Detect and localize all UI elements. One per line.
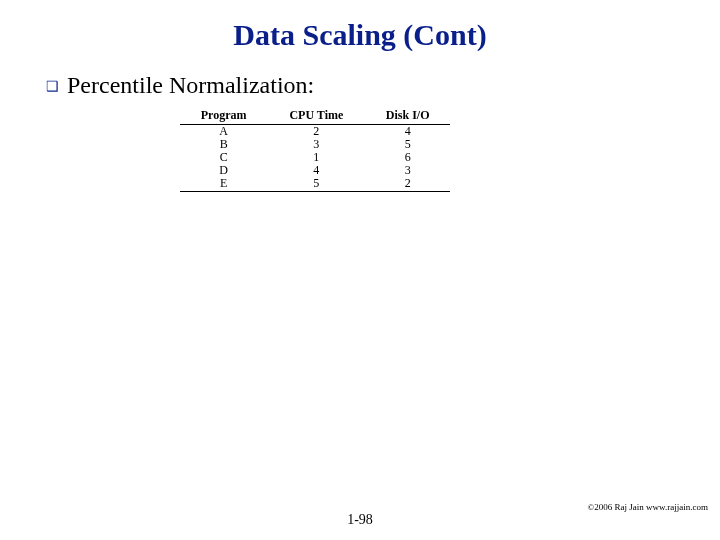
table-row: E 5 2 [180, 177, 450, 192]
bullet-text: Percentile Normalization: [67, 72, 314, 99]
cell-program: E [180, 177, 267, 192]
copyright-text: ©2006 Raj Jain www.rajjain.com [588, 502, 708, 512]
data-table: Program CPU Time Disk I/O A 2 4 B 3 5 C [180, 108, 480, 192]
page-title: Data Scaling (Cont) [0, 18, 720, 52]
col-cpu-time: CPU Time [267, 108, 365, 125]
cell-cpu: 5 [267, 177, 365, 192]
slide: Data Scaling (Cont) ❑ Percentile Normali… [0, 0, 720, 540]
page-number: 1-98 [0, 512, 720, 528]
table-row: A 2 4 [180, 125, 450, 139]
cell-program: A [180, 125, 267, 139]
col-program: Program [180, 108, 267, 125]
cell-cpu: 2 [267, 125, 365, 139]
cell-io: 2 [365, 177, 450, 192]
col-disk-io: Disk I/O [365, 108, 450, 125]
bullet-item: ❑ Percentile Normalization: [46, 72, 666, 100]
bullet-marker-icon: ❑ [46, 74, 59, 98]
table-header-row: Program CPU Time Disk I/O [180, 108, 450, 125]
body: ❑ Percentile Normalization: [46, 72, 666, 100]
cell-io: 4 [365, 125, 450, 139]
